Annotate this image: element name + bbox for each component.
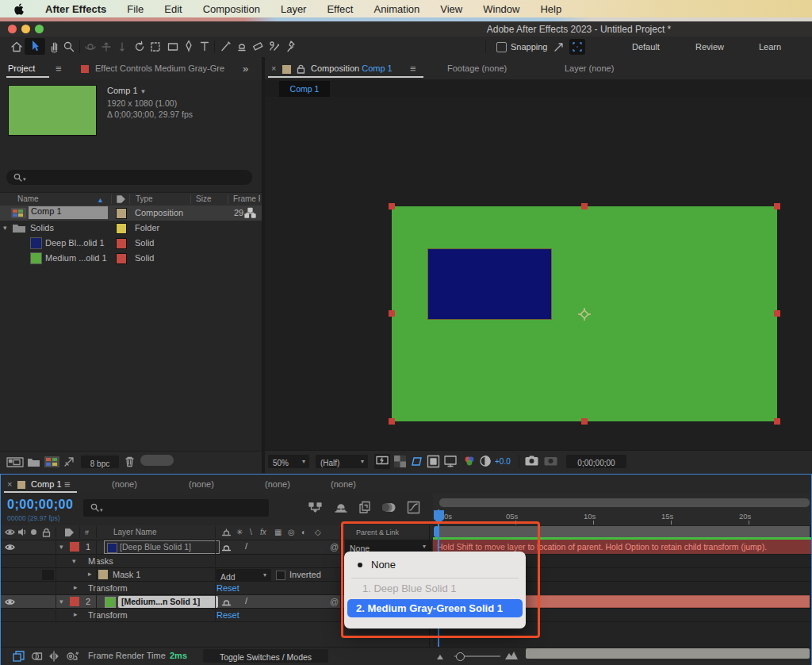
tab-layer[interactable]: Layer (none) xyxy=(565,63,614,73)
tab-none-4[interactable]: (none) xyxy=(331,479,356,489)
panel-scrollbar-thumb[interactable] xyxy=(140,455,174,466)
mask-visibility-icon[interactable] xyxy=(427,455,440,468)
layer-video-eye-icon[interactable] xyxy=(5,543,15,552)
column-frame-rate[interactable]: Frame R xyxy=(233,194,260,203)
frame-blending-icon[interactable] xyxy=(358,501,372,514)
menubar-item-animation[interactable]: Animation xyxy=(373,3,419,15)
timeline-horizontal-scrollbar[interactable] xyxy=(439,498,810,507)
transform-expand-chevron-icon[interactable]: ▸ xyxy=(74,583,78,591)
align-to-layer-icon[interactable] xyxy=(553,40,565,53)
zoom-out-mountain-icon[interactable] xyxy=(437,653,446,659)
layer-expand-chevron-icon[interactable]: ▾ xyxy=(59,543,63,551)
selection-handle[interactable] xyxy=(389,310,395,317)
layer-name-box[interactable]: [Deep Blue Solid 1] xyxy=(104,540,220,554)
timeline-current-timecode[interactable]: 0;00;00;00 xyxy=(7,498,73,512)
menubar-item-edit[interactable]: Edit xyxy=(164,3,182,15)
viewer-canvas[interactable] xyxy=(265,97,812,450)
traffic-light-zoom[interactable] xyxy=(35,25,44,33)
home-icon[interactable] xyxy=(10,40,23,53)
region-of-interest-icon[interactable] xyxy=(410,455,423,468)
tab-composition[interactable]: Composition Comp 1 xyxy=(311,63,393,73)
parent-pick-whip-icon[interactable]: @ xyxy=(330,542,339,552)
project-row-deep-blue-solid[interactable]: Deep Bl...olid 1 Solid xyxy=(0,236,262,251)
layer-quality-icon[interactable]: / xyxy=(245,596,247,605)
menubar-item-view[interactable]: View xyxy=(440,3,462,15)
snapping-label[interactable]: Snapping xyxy=(511,42,548,52)
blend-modes-icon[interactable] xyxy=(31,651,43,662)
channel-rgb-icon[interactable] xyxy=(463,456,476,467)
project-item-name[interactable]: Comp 1 xyxy=(29,206,108,219)
viewer-panel-menu-icon[interactable]: ≡ xyxy=(410,63,416,75)
interpret-footage-icon[interactable] xyxy=(6,457,24,467)
lock-icon[interactable] xyxy=(297,63,305,74)
workspace-tab-review[interactable]: Review xyxy=(695,42,724,52)
selection-handle[interactable] xyxy=(774,310,780,317)
mask-color-swatch[interactable] xyxy=(98,570,108,579)
workspace-tab-learn[interactable]: Learn xyxy=(759,42,781,52)
mask-mode-dropdown[interactable]: Add ▾ xyxy=(216,569,271,581)
shape-tool-icon[interactable] xyxy=(167,40,179,53)
layer-shy-icon[interactable] xyxy=(221,543,232,552)
close-tab-icon[interactable]: × xyxy=(271,63,276,73)
label-color-swatch[interactable] xyxy=(116,253,127,264)
pan-camera-tool-icon[interactable] xyxy=(100,40,113,53)
project-row-solids[interactable]: ▾ Solids Folder xyxy=(0,221,262,236)
close-tab-icon[interactable]: × xyxy=(7,479,12,489)
sort-ascending-icon[interactable]: ▲ xyxy=(97,196,104,204)
selection-handle[interactable] xyxy=(774,203,780,209)
brush-tool-icon[interactable] xyxy=(220,40,232,52)
roto-brush-tool-icon[interactable] xyxy=(267,40,280,52)
clone-stamp-tool-icon[interactable] xyxy=(236,40,248,52)
show-snapshot-icon[interactable] xyxy=(544,456,557,466)
selection-handle[interactable] xyxy=(774,418,780,425)
viewer-timecode[interactable]: 0;00;00;00 xyxy=(566,455,626,468)
column-type[interactable]: Type xyxy=(136,194,153,203)
timeline-panel-menu-icon[interactable]: ≡ xyxy=(64,479,71,490)
new-folder-icon[interactable] xyxy=(28,458,40,467)
dropdown-option-medium-green-selected[interactable]: 2. Medium Gray-Green Solid 1 xyxy=(347,599,523,617)
time-ruler[interactable]: 0s 05s 10s 15s 20s xyxy=(433,509,811,526)
selection-handle[interactable] xyxy=(389,418,395,425)
eraser-tool-icon[interactable] xyxy=(251,40,264,52)
traffic-light-close[interactable] xyxy=(8,25,17,33)
playhead-marker[interactable] xyxy=(433,509,445,525)
transform-expand-chevron-icon[interactable]: ▸ xyxy=(74,610,78,618)
composition-region-icon[interactable] xyxy=(443,455,458,468)
label-color-swatch[interactable] xyxy=(116,223,127,234)
transform-label[interactable]: Transform xyxy=(88,583,128,593)
traffic-light-minimize[interactable] xyxy=(21,25,30,33)
region-of-interest-toggle-icon[interactable] xyxy=(569,39,585,55)
timeline-search-input[interactable]: ▾ xyxy=(83,499,269,517)
snapshot-camera-icon[interactable] xyxy=(525,456,538,466)
project-item-name[interactable]: Deep Bl...olid 1 xyxy=(45,238,105,248)
zoom-in-mountain-icon[interactable] xyxy=(505,652,518,659)
project-row-comp1[interactable]: Comp 1 Composition 29 xyxy=(0,206,262,221)
transform-reset-link[interactable]: Reset xyxy=(216,583,239,593)
project-row-medium-green-solid[interactable]: Medium ...olid 1 Solid xyxy=(0,251,262,266)
menubar-item-file[interactable]: File xyxy=(127,3,144,15)
selection-handle[interactable] xyxy=(581,418,588,425)
label-color-swatch[interactable] xyxy=(116,208,127,219)
pan-behind-tool-icon[interactable] xyxy=(149,40,162,53)
mask-inverted-checkbox[interactable] xyxy=(276,571,285,580)
column-layer-name[interactable]: Layer Name xyxy=(113,528,156,536)
project-search-input[interactable]: ▾ xyxy=(6,170,252,185)
dropdown-option-none[interactable]: None xyxy=(344,557,526,575)
panel-overflow-icon[interactable]: » xyxy=(243,63,248,75)
selection-handle[interactable] xyxy=(389,203,395,209)
masks-group-label[interactable]: Masks xyxy=(88,556,113,566)
transform-reset-link[interactable]: Reset xyxy=(216,610,239,620)
tab-timeline-comp1[interactable]: Comp 1 xyxy=(31,479,62,489)
dropdown-option-deep-blue[interactable]: 1. Deep Blue Solid 1 xyxy=(344,581,526,598)
puppet-pin-tool-icon[interactable] xyxy=(285,40,297,52)
tab-project[interactable]: Project xyxy=(8,63,35,73)
dolly-camera-tool-icon[interactable] xyxy=(116,40,128,53)
timeline-zoom-slider-knob[interactable] xyxy=(456,652,465,661)
magnification-dropdown[interactable]: 50% ▾ xyxy=(268,455,309,468)
menubar-app-name[interactable]: After Effects xyxy=(45,3,106,15)
column-name[interactable]: Name xyxy=(17,194,39,203)
fast-previews-icon[interactable] xyxy=(374,454,390,469)
group-expand-chevron-icon[interactable]: ▾ xyxy=(72,557,76,565)
layer-label-swatch[interactable] xyxy=(70,597,79,606)
deep-blue-solid[interactable] xyxy=(428,249,551,319)
